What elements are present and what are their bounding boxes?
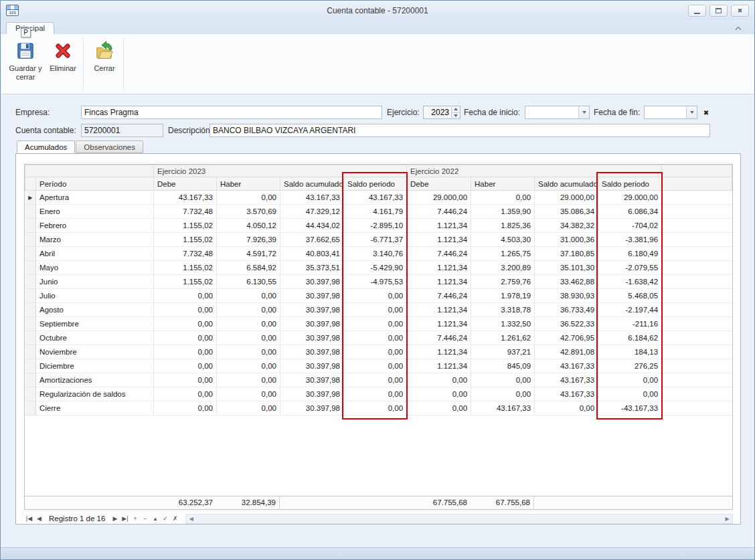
grid-cell[interactable]: 36.733,49: [535, 303, 598, 317]
grid-cell[interactable]: 30.397,98: [280, 345, 344, 359]
grid-cell[interactable]: 0,00: [154, 401, 217, 415]
grid-cell[interactable]: Noviembre: [36, 345, 154, 359]
grid-cell[interactable]: -6.771,37: [344, 233, 407, 247]
grid-cell[interactable]: 0,00: [154, 303, 217, 317]
fecha-fin-dropdown-button[interactable]: [686, 106, 697, 118]
table-row[interactable]: ▶Apertura43.167,330,0043.167,3343.167,33…: [25, 191, 732, 205]
table-row[interactable]: Diciembre0,000,0030.397,980,001.121,3484…: [25, 359, 732, 373]
table-row[interactable]: Agosto0,000,0030.397,980,001.121,343.318…: [25, 303, 732, 317]
grid-cell[interactable]: 0,00: [344, 387, 407, 401]
grid-cell[interactable]: Mayo: [36, 261, 154, 275]
grid-cell[interactable]: 0,00: [217, 289, 280, 303]
grid-cell[interactable]: 6.184,62: [598, 331, 662, 345]
scroll-right-button[interactable]: ▶: [722, 515, 732, 523]
grid-cell[interactable]: 30.397,98: [280, 401, 344, 415]
grid-cell[interactable]: 0,00: [154, 373, 217, 387]
grid-cell[interactable]: -704,02: [598, 219, 662, 233]
grid-cell[interactable]: 0,00: [344, 331, 407, 345]
grid-cell[interactable]: 35.101,30: [535, 261, 598, 275]
save-close-button[interactable]: Guardar y cerrar: [8, 37, 43, 91]
grid-cell[interactable]: 0,00: [535, 401, 598, 415]
grid-cell[interactable]: Apertura: [36, 191, 154, 205]
delete-button[interactable]: Eliminar: [46, 37, 80, 91]
grid-cell[interactable]: -3.381,96: [598, 233, 662, 247]
grid-cell[interactable]: 845,09: [471, 359, 535, 373]
grid-cell[interactable]: 1.265,75: [471, 247, 535, 261]
column-header[interactable]: Período: [36, 177, 154, 191]
tab-observaciones[interactable]: Observaciones: [76, 141, 143, 153]
table-row[interactable]: Julio0,000,0030.397,980,007.446,241.978,…: [25, 289, 732, 303]
grid-cell[interactable]: 30.397,98: [280, 317, 344, 331]
grid-cell[interactable]: -4.975,53: [344, 275, 407, 289]
spin-down-button[interactable]: [452, 112, 460, 119]
column-header[interactable]: Saldo acumulado: [535, 177, 598, 191]
table-row[interactable]: Junio1.155,026.130,5530.397,98-4.975,531…: [25, 275, 732, 289]
grid-cell[interactable]: 29.000,00: [535, 191, 598, 205]
last-record-button[interactable]: ▶|: [120, 513, 130, 524]
grid-cell[interactable]: Septiembre: [36, 317, 154, 331]
grid-cell[interactable]: Octubre: [36, 331, 154, 345]
grid-cell[interactable]: 1.978,19: [471, 289, 535, 303]
grid-cell[interactable]: 1.332,50: [471, 317, 535, 331]
ejercicio-input[interactable]: [423, 106, 460, 119]
grid-cell[interactable]: 2.759,76: [471, 275, 535, 289]
append-record-button[interactable]: +: [130, 513, 140, 524]
grid-cell[interactable]: 6.180,49: [598, 247, 662, 261]
grid-cell[interactable]: 1.121,34: [407, 233, 471, 247]
column-header[interactable]: Saldo periodo: [598, 177, 662, 191]
grid-cell[interactable]: 0,00: [407, 387, 471, 401]
grid-cell[interactable]: 0,00: [154, 317, 217, 331]
descripcion-input[interactable]: [209, 124, 710, 137]
close-form-button[interactable]: Cerrar: [87, 37, 122, 91]
grid-cell[interactable]: 37.662,65: [280, 233, 344, 247]
grid-cell[interactable]: 0,00: [217, 303, 280, 317]
end-edit-button[interactable]: ✓: [160, 513, 170, 524]
scrollbar-track[interactable]: [196, 515, 722, 523]
column-header[interactable]: Saldo acumulado: [280, 177, 344, 191]
grid-cell[interactable]: 0,00: [344, 359, 407, 373]
grid-cell[interactable]: 0,00: [217, 331, 280, 345]
grid-cell[interactable]: 0,00: [217, 345, 280, 359]
grid-cell[interactable]: Junio: [36, 275, 154, 289]
table-row[interactable]: Noviembre0,000,0030.397,980,001.121,3493…: [25, 345, 732, 359]
grid-cell[interactable]: 6.584,92: [217, 261, 280, 275]
tab-acumulados[interactable]: Acumulados: [17, 141, 75, 153]
grid-cell[interactable]: 0,00: [217, 387, 280, 401]
grid-cell[interactable]: 43.167,33: [535, 387, 598, 401]
grid-cell[interactable]: 3.318,78: [471, 303, 535, 317]
grid-cell[interactable]: Febrero: [36, 219, 154, 233]
spin-up-button[interactable]: [452, 106, 460, 112]
grid-cell[interactable]: 35.373,51: [280, 261, 344, 275]
grid-cell[interactable]: -2.895,10: [344, 219, 407, 233]
grid-cell[interactable]: 0,00: [598, 387, 662, 401]
grid-cell[interactable]: 5.468,05: [598, 289, 662, 303]
grid-cell[interactable]: 0,00: [471, 373, 535, 387]
grid-cell[interactable]: Regularización de saldos: [36, 387, 154, 401]
table-row[interactable]: Enero7.732,483.570,6947.329,124.161,797.…: [25, 205, 732, 219]
minimize-button[interactable]: [688, 5, 706, 17]
table-row[interactable]: Septiembre0,000,0030.397,980,001.121,341…: [25, 317, 732, 331]
table-row[interactable]: Amortizaciones0,000,0030.397,980,000,000…: [25, 373, 732, 387]
grid-cell[interactable]: 1.121,34: [407, 345, 471, 359]
grid-cell[interactable]: 38.930,93: [535, 289, 598, 303]
edit-record-button[interactable]: ▴: [150, 513, 160, 524]
grid-cell[interactable]: 30.397,98: [280, 289, 344, 303]
grid-cell[interactable]: 43.167,33: [535, 373, 598, 387]
grid-cell[interactable]: 0,00: [407, 373, 471, 387]
grid-cell[interactable]: 3.200,89: [471, 261, 535, 275]
grid-cell[interactable]: 4.591,72: [217, 247, 280, 261]
grid-cell[interactable]: 0,00: [344, 303, 407, 317]
grid-cell[interactable]: 0,00: [154, 359, 217, 373]
grid-cell[interactable]: 1.155,02: [154, 275, 217, 289]
column-header[interactable]: Saldo periodo: [344, 177, 407, 191]
scroll-left-button[interactable]: ◀: [186, 515, 196, 523]
ribbon-collapse-button[interactable]: [733, 24, 744, 32]
grid-cell[interactable]: -2.197,44: [598, 303, 662, 317]
grid-cell[interactable]: 7.732,48: [154, 205, 217, 219]
grid-cell[interactable]: 43.167,33: [154, 191, 217, 205]
table-row[interactable]: Febrero1.155,024.050,1244.434,02-2.895,1…: [25, 219, 732, 233]
grid-cell[interactable]: 7.732,48: [154, 247, 217, 261]
grid-cell[interactable]: 40.803,41: [280, 247, 344, 261]
fecha-fin-input[interactable]: [644, 106, 697, 119]
grid-cell[interactable]: 1.155,02: [154, 261, 217, 275]
